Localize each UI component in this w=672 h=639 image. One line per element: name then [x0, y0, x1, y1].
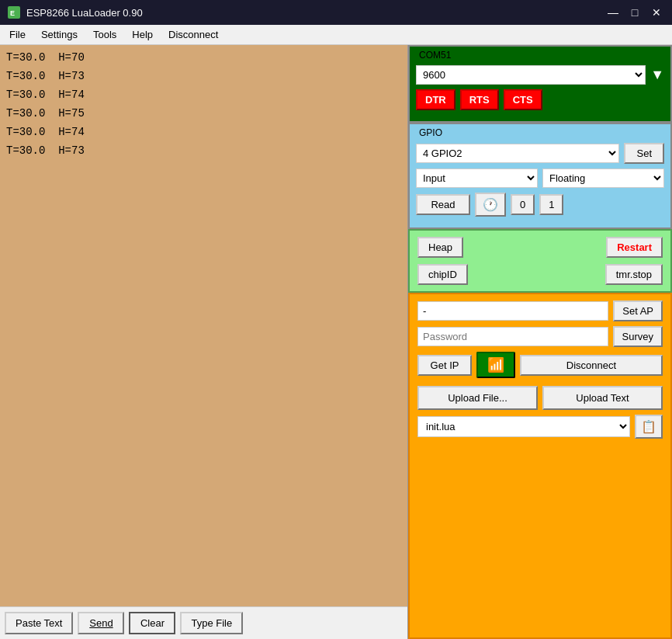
title-bar-controls: — □ ✕ [605, 5, 664, 20]
terminal-line: T=30.0 H=70 [6, 51, 401, 64]
gpio-pull-select[interactable]: Floating Pull-up Pull-down [542, 168, 664, 188]
wifi-getip-row: Get IP 📶 Disconnect [417, 352, 663, 378]
send-button[interactable]: Send [78, 612, 124, 634]
app-title: ESP8266 LuaLoader 0.90 [26, 7, 143, 19]
gpio-val0-button[interactable]: 0 [511, 194, 535, 215]
wifi-password-input[interactable] [417, 327, 608, 346]
terminal-area[interactable]: T=30.0 H=70T=30.0 H=73T=30.0 H=74T=30.0 … [0, 45, 407, 606]
wifi-ssid-row: Set AP [417, 300, 663, 321]
rts-button[interactable]: RTS [460, 89, 499, 110]
heap-button[interactable]: Heap [417, 237, 463, 258]
tmrstop-button[interactable]: tmr.stop [605, 264, 663, 285]
file-select-row: init.lua config.lua main.lua 📋 [417, 415, 663, 439]
upload-file-button[interactable]: Upload File... [417, 386, 538, 410]
menu-help[interactable]: Help [126, 27, 159, 42]
restart-button[interactable]: Restart [606, 237, 663, 258]
gpio-pin-row: 4 GPIO2 0 GPIO0 2 GPIO2 Set [416, 143, 664, 164]
com-buttons-row: DTR RTS CTS [416, 89, 664, 110]
gpio-mode-row: Input Output Floating Pull-up Pull-down [416, 168, 664, 188]
app-icon: E [8, 6, 20, 19]
menu-disconnect[interactable]: Disconnect [162, 27, 224, 42]
bottom-bar: Paste Text Send Clear Type File [0, 606, 407, 639]
gpio-section: GPIO 4 GPIO2 0 GPIO0 2 GPIO2 Set Input O… [408, 123, 672, 229]
gpio-pin-select[interactable]: 4 GPIO2 0 GPIO0 2 GPIO2 [416, 144, 619, 163]
wifi-icon[interactable]: 📶 [476, 352, 515, 378]
chipid-button[interactable]: chipID [417, 264, 468, 285]
terminal-line: T=30.0 H=74 [6, 126, 401, 138]
heap-row1: Heap Restart [417, 237, 663, 258]
gpio-read-button[interactable]: Read [416, 194, 470, 215]
heap-section: Heap Restart chipID tmr.stop [408, 229, 672, 293]
folder-icon: 📋 [641, 420, 656, 433]
getip-button[interactable]: Get IP [417, 355, 472, 376]
left-panel: T=30.0 H=70T=30.0 H=73T=30.0 H=74T=30.0 … [0, 45, 408, 639]
cts-button[interactable]: CTS [504, 89, 542, 110]
file-select[interactable]: init.lua config.lua main.lua [417, 416, 630, 437]
wifi-signal-icon: 📶 [487, 357, 504, 373]
maximize-button[interactable]: □ [627, 5, 643, 20]
terminal-line: T=30.0 H=73 [6, 144, 401, 157]
dtr-button[interactable]: DTR [416, 89, 456, 110]
menu-settings[interactable]: Settings [35, 27, 84, 42]
paste-text-button[interactable]: Paste Text [5, 612, 73, 634]
baud-dropdown-icon: ▼ [650, 67, 664, 83]
title-bar-left: E ESP8266 LuaLoader 0.90 [8, 6, 143, 19]
baud-select[interactable]: 9600 115200 57600 [416, 65, 646, 85]
wifi-section: Set AP Survey Get IP 📶 Disconnect Upload… [408, 293, 672, 639]
terminal-line: T=30.0 H=74 [6, 89, 401, 101]
wifi-ssid-input[interactable] [417, 301, 608, 321]
terminal-line: T=30.0 H=75 [6, 107, 401, 120]
gpio-clock-button[interactable]: 🕐 [475, 193, 506, 217]
minimize-button[interactable]: — [605, 5, 621, 20]
upload-text-button[interactable]: Upload Text [542, 386, 663, 410]
gpio-title: GPIO [416, 127, 664, 138]
menu-file[interactable]: File [3, 27, 32, 42]
main-layout: T=30.0 H=70T=30.0 H=73T=30.0 H=74T=30.0 … [0, 45, 672, 639]
close-button[interactable]: ✕ [649, 5, 664, 20]
type-file-button[interactable]: Type File [180, 612, 243, 634]
menu-tools[interactable]: Tools [87, 27, 123, 42]
baud-row: 9600 115200 57600 ▼ [416, 65, 664, 85]
gpio-mode-select[interactable]: Input Output [416, 168, 538, 188]
file-folder-button[interactable]: 📋 [635, 415, 663, 439]
clear-button[interactable]: Clear [129, 612, 175, 634]
menu-bar: File Settings Tools Help Disconnect [0, 25, 672, 45]
upload-buttons-row: Upload File... Upload Text [417, 386, 663, 410]
set-ap-button[interactable]: Set AP [613, 300, 663, 321]
gpio-set-button[interactable]: Set [624, 143, 664, 164]
upload-section: Upload File... Upload Text init.lua conf… [417, 386, 663, 439]
com-section: COM51 9600 115200 57600 ▼ DTR RTS CTS [408, 45, 672, 123]
survey-button[interactable]: Survey [613, 326, 663, 347]
gpio-read-row: Read 🕐 0 1 [416, 193, 664, 217]
wifi-password-row: Survey [417, 326, 663, 347]
right-panel: COM51 9600 115200 57600 ▼ DTR RTS CTS GP… [408, 45, 672, 639]
gpio-val1-button[interactable]: 1 [539, 194, 563, 215]
com-title: COM51 [416, 50, 664, 61]
heap-row2: chipID tmr.stop [417, 264, 663, 285]
terminal-line: T=30.0 H=73 [6, 70, 401, 82]
title-bar: E ESP8266 LuaLoader 0.90 — □ ✕ [0, 0, 672, 25]
svg-text:E: E [10, 9, 15, 17]
disconnect-wifi-button[interactable]: Disconnect [520, 355, 663, 376]
